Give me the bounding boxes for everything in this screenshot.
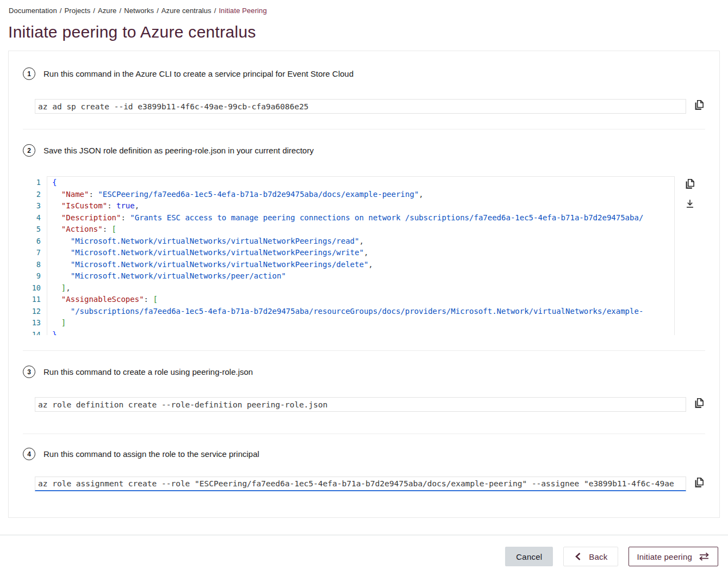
breadcrumb-separator: / (119, 7, 121, 15)
editor-code-area: { "Name": "ESCPeering/fa7eed6a-1ec5-4efa… (47, 176, 675, 335)
initiate-peering-label: Initiate peering (637, 552, 692, 561)
breadcrumb-separator: / (157, 7, 159, 15)
back-button[interactable]: Back (563, 547, 618, 566)
command-input-create-sp[interactable]: az ad sp create --id e3899b11-4f6c-49ae-… (35, 99, 686, 114)
code-line: { (52, 177, 674, 189)
copy-icon (693, 477, 705, 489)
line-number: 4 (23, 212, 47, 224)
download-icon (684, 198, 696, 210)
breadcrumb-separator: / (214, 7, 216, 15)
line-number: 1 (23, 177, 47, 189)
step-number-badge: 4 (23, 448, 35, 460)
step-number-badge: 1 (23, 67, 35, 80)
editor-gutter: 1234567891011121314 (23, 176, 47, 335)
code-line: "AssignableScopes": [ (52, 294, 674, 306)
breadcrumb-item[interactable]: Networks (124, 7, 154, 15)
code-line: "Microsoft.Network/virtualNetworks/virtu… (52, 259, 674, 271)
code-line: "Actions": [ (52, 224, 674, 236)
step-instruction: Run this command in the Azure CLI to cre… (43, 69, 353, 78)
step-instruction: Save this JSON role definition as peerin… (43, 146, 314, 155)
step-2-section: 2 Save this JSON role definition as peer… (23, 144, 705, 335)
step-number-badge: 3 (23, 366, 35, 378)
step-3-section: 3 Run this command to create a role usin… (23, 366, 705, 412)
code-line: ] (52, 317, 674, 329)
section-divider (23, 129, 705, 129)
line-number: 13 (23, 317, 47, 329)
step-4-section: 4 Run this command to assign the role to… (23, 448, 705, 491)
code-line: "Name": "ESCPeering/fa7eed6a-1ec5-4efa-b… (52, 189, 674, 201)
download-button[interactable] (684, 198, 696, 210)
breadcrumb-item[interactable]: Azure centralus (161, 7, 211, 15)
code-line: "Microsoft.Network/virtualNetworks/peer/… (52, 270, 674, 282)
code-line: "Microsoft.Network/virtualNetworks/virtu… (52, 247, 674, 259)
code-line: } (52, 329, 674, 336)
copy-button[interactable] (693, 397, 705, 409)
swap-arrows-icon (698, 552, 710, 561)
line-number: 3 (23, 200, 47, 212)
command-input-assign-role[interactable]: az role assignment create --role "ESCPee… (35, 477, 686, 491)
step-instruction: Run this command to assign the role to t… (43, 449, 259, 459)
footer-actions: Cancel Back Initiate peering (0, 535, 728, 575)
line-number: 12 (23, 306, 47, 318)
copy-icon (693, 99, 705, 111)
line-number: 11 (23, 294, 47, 306)
line-number: 7 (23, 247, 47, 259)
breadcrumb-item[interactable]: Documentation (9, 7, 57, 15)
code-line: "/subscriptions/fa7eed6a-1ec5-4efa-b71a-… (52, 306, 674, 318)
breadcrumb-item[interactable]: Projects (64, 7, 90, 15)
page-title: Initiate peering to Azure centralus (8, 23, 728, 41)
line-number: 2 (23, 189, 47, 201)
chevron-left-icon (574, 552, 582, 561)
copy-icon (693, 397, 705, 409)
cancel-button[interactable]: Cancel (505, 547, 553, 566)
step-1-section: 1 Run this command in the Azure CLI to c… (23, 67, 705, 114)
line-number: 14 (23, 329, 47, 336)
code-line: "Microsoft.Network/virtualNetworks/virtu… (52, 236, 674, 248)
back-button-label: Back (589, 552, 607, 561)
section-divider (23, 350, 705, 351)
initiate-peering-button[interactable]: Initiate peering (629, 547, 718, 566)
breadcrumb-separator: / (93, 7, 95, 15)
step-instruction: Run this command to create a role using … (43, 367, 253, 376)
json-role-editor[interactable]: 1234567891011121314 { "Name": "ESCPeerin… (23, 176, 675, 335)
breadcrumb-separator: / (60, 7, 62, 15)
command-input-create-role[interactable]: az role definition create --role-definit… (35, 397, 686, 412)
copy-button[interactable] (684, 178, 696, 190)
breadcrumb: Documentation/Projects/Azure/Networks/Az… (0, 0, 728, 15)
step-number-badge: 2 (23, 144, 35, 157)
copy-button[interactable] (693, 477, 705, 489)
code-line: "IsCustom": true, (52, 200, 674, 212)
line-number: 5 (23, 224, 47, 236)
breadcrumb-current: Initiate Peering (219, 7, 266, 15)
setup-panel: 1 Run this command in the Azure CLI to c… (8, 51, 720, 518)
section-divider (23, 434, 705, 434)
line-number: 9 (23, 270, 47, 282)
breadcrumb-item[interactable]: Azure (98, 7, 116, 15)
line-number: 8 (23, 259, 47, 271)
code-line: "Description": "Grants ESC access to man… (52, 212, 674, 224)
code-line: ], (52, 282, 674, 294)
line-number: 10 (23, 282, 47, 294)
copy-button[interactable] (693, 99, 705, 111)
copy-icon (684, 178, 696, 190)
line-number: 6 (23, 236, 47, 248)
